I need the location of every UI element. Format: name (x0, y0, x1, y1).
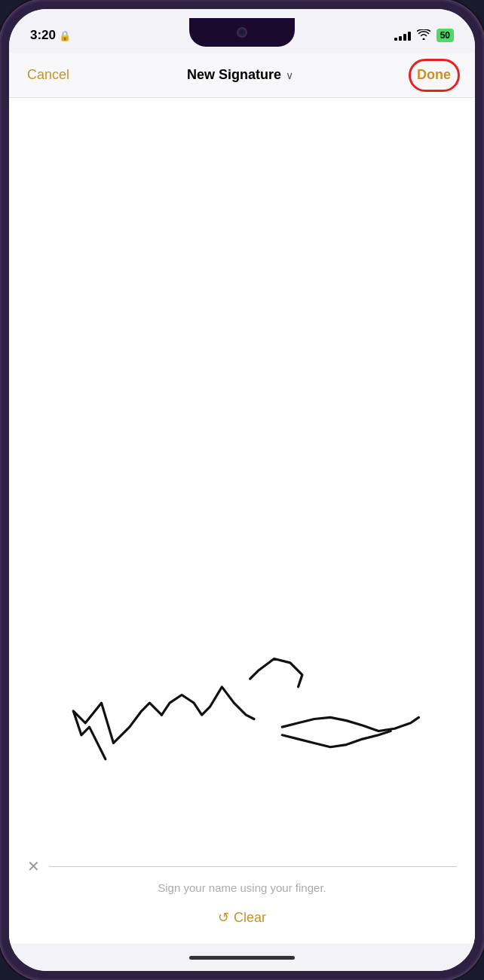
signal-bar-4 (408, 32, 411, 41)
clear-label: Clear (234, 910, 266, 926)
signature-input-area: ✕ Sign your name using your finger. ↺ Cl… (9, 857, 475, 944)
refresh-icon: ↺ (218, 909, 229, 926)
home-indicator-bar (189, 956, 295, 960)
phone-frame: 3:20 🔒 (0, 0, 484, 980)
signal-icon (394, 30, 411, 41)
done-wrapper: Done (411, 67, 457, 83)
signal-bar-2 (399, 36, 402, 41)
sign-hint-text: Sign your name using your finger. (27, 881, 457, 894)
front-camera (237, 27, 247, 38)
nav-title-container: New Signature ∨ (187, 67, 293, 83)
status-time: 3:20 🔒 (30, 28, 71, 43)
signal-bar-1 (394, 38, 397, 41)
done-button[interactable]: Done (411, 64, 457, 85)
battery-label: 50 (440, 30, 450, 41)
signature-line-row: ✕ (27, 857, 457, 875)
notch (189, 18, 295, 47)
signal-bar-3 (403, 34, 406, 41)
chevron-down-icon[interactable]: ∨ (286, 69, 293, 81)
home-indicator-area (9, 944, 475, 971)
nav-bar: Cancel New Signature ∨ Done (9, 53, 475, 98)
signature-area[interactable]: ✕ Sign your name using your finger. ↺ Cl… (9, 98, 475, 944)
cancel-button[interactable]: Cancel (27, 67, 69, 83)
clear-button[interactable]: ↺ Clear (27, 903, 457, 932)
battery-icon: 50 (437, 29, 454, 42)
wifi-icon (417, 29, 430, 42)
lock-icon: 🔒 (59, 30, 71, 41)
nav-title: New Signature (187, 67, 281, 83)
time-label: 3:20 (30, 28, 56, 43)
status-right-icons: 50 (394, 29, 454, 42)
signature-baseline (49, 866, 457, 867)
x-mark-icon: ✕ (27, 857, 40, 875)
phone-screen: 3:20 🔒 (9, 9, 475, 971)
